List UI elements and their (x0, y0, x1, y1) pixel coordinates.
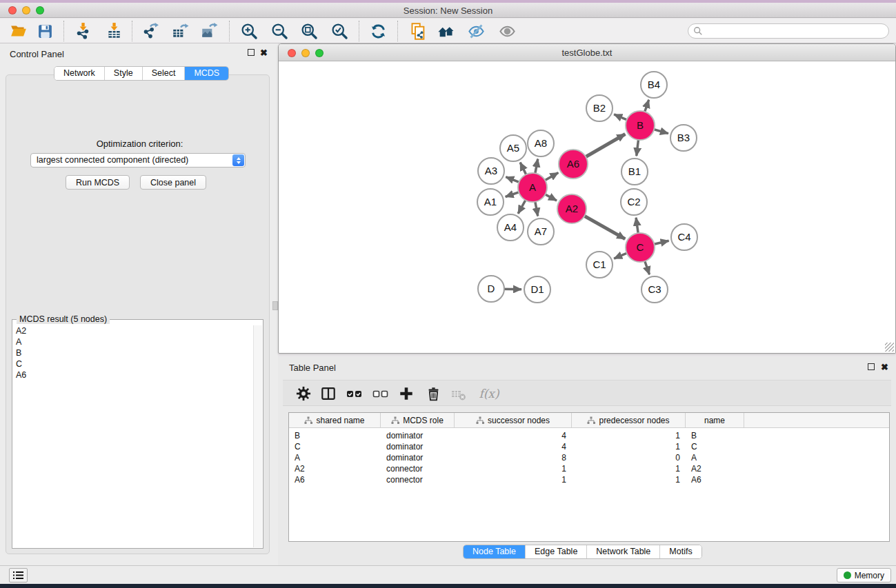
graph-node-C3[interactable]: C3 (641, 276, 668, 303)
add-column-icon[interactable] (396, 383, 417, 404)
tab-mcds[interactable]: MCDS (185, 67, 228, 80)
network-window-titlebar[interactable]: testGlobe.txt (279, 44, 895, 61)
memory-button[interactable]: Memory (837, 568, 891, 582)
graph-node-A4[interactable]: A4 (497, 214, 524, 241)
select-all-checkboxes-icon[interactable] (344, 383, 365, 404)
import-network-icon[interactable] (72, 21, 93, 41)
graph-node-C4[interactable]: C4 (671, 224, 697, 250)
zoom-out-icon[interactable] (269, 21, 290, 41)
tab-network[interactable]: Network (54, 67, 105, 80)
svg-text:A4: A4 (504, 221, 517, 233)
result-scrollbar[interactable] (253, 325, 262, 547)
memory-status-icon (844, 571, 851, 579)
resize-grip-icon[interactable] (885, 343, 894, 352)
delete-table-icon[interactable] (448, 383, 469, 404)
apply-function-icon[interactable]: f(x) (474, 383, 504, 404)
tab-style[interactable]: Style (105, 67, 143, 80)
refresh-icon[interactable] (368, 21, 388, 41)
table-row[interactable]: Adominator80A (289, 452, 889, 463)
graph-node-B4[interactable]: B4 (641, 72, 667, 98)
table-panel-title: Table Panel (289, 363, 336, 373)
tab-edge-table[interactable]: Edge Table (526, 545, 587, 558)
close-panel-button[interactable]: Close panel (140, 175, 206, 190)
run-mcds-button[interactable]: Run MCDS (66, 175, 130, 190)
graph-node-C2[interactable]: C2 (621, 189, 647, 215)
graph-node-A6[interactable]: A6 (559, 150, 588, 179)
zoom-in-icon[interactable] (239, 21, 259, 41)
result-item[interactable]: A2 (13, 325, 253, 336)
graph-node-C1[interactable]: C1 (586, 252, 613, 278)
table-row[interactable]: A2connector11A2 (289, 463, 889, 474)
graph-node-A3[interactable]: A3 (478, 158, 504, 184)
graph-node-A2[interactable]: A2 (557, 194, 586, 223)
table-row[interactable]: A6connector11A6 (289, 474, 889, 485)
column-header-filler (744, 413, 889, 427)
network-view-window: testGlobe.txt B4B2BB3A5A8A6B1A3AC2A1A2A4… (278, 43, 896, 354)
export-network-icon[interactable] (140, 21, 161, 41)
task-history-button[interactable] (9, 568, 28, 582)
graph-node-B1[interactable]: B1 (621, 159, 648, 185)
graph-node-D1[interactable]: D1 (524, 276, 550, 303)
zoom-selected-icon[interactable] (329, 21, 350, 41)
copy-network-icon[interactable] (408, 21, 428, 41)
zoom-fit-icon[interactable] (299, 21, 319, 41)
float-table-panel-icon[interactable] (868, 363, 875, 370)
toolbar-separator (397, 21, 398, 41)
result-item[interactable]: C (13, 358, 253, 369)
column-header-successor-nodes[interactable]: successor nodes (455, 413, 572, 427)
export-image-icon[interactable] (199, 21, 219, 41)
column-header-shared-name[interactable]: shared name (289, 413, 381, 427)
control-panel: Control Panel ✖ Network Style Select MCD… (0, 43, 278, 565)
svg-text:A5: A5 (507, 142, 519, 154)
result-item[interactable]: B (13, 347, 253, 358)
criterion-dropdown[interactable]: largest connected component (directed) (30, 153, 246, 168)
result-item[interactable]: A (13, 336, 253, 347)
search-field[interactable] (688, 23, 889, 39)
tab-motifs[interactable]: Motifs (660, 545, 701, 558)
graph-node-B3[interactable]: B3 (670, 125, 697, 151)
deselect-all-checkboxes-icon[interactable] (370, 383, 391, 404)
hide-panels-icon[interactable] (466, 21, 486, 41)
save-icon[interactable] (34, 21, 55, 41)
close-table-panel-icon[interactable]: ✖ (881, 364, 888, 371)
panel-divider-handle[interactable] (272, 301, 278, 310)
column-header-predecessor-nodes[interactable]: predecessor nodes (572, 413, 686, 427)
mcds-result-title: MCDS result (5 nodes) (17, 314, 110, 324)
app-title: Session: New Session (0, 6, 896, 16)
svg-text:C1: C1 (593, 258, 606, 270)
graph-node-A1[interactable]: A1 (477, 189, 504, 215)
tab-node-table[interactable]: Node Table (464, 545, 526, 558)
tab-select[interactable]: Select (143, 67, 186, 80)
tab-network-table[interactable]: Network Table (587, 545, 660, 558)
graph-node-A8[interactable]: A8 (528, 130, 554, 156)
graph-node-A[interactable]: A (518, 173, 547, 202)
table-row[interactable]: Bdominator41B (289, 430, 889, 441)
table-settings-gear-icon[interactable] (293, 383, 314, 404)
show-columns-icon[interactable] (318, 383, 339, 404)
graph-node-D[interactable]: D (478, 276, 504, 302)
status-bar: Memory (0, 565, 896, 584)
svg-text:A3: A3 (485, 165, 497, 176)
show-panels-icon[interactable] (497, 21, 517, 41)
close-panel-icon[interactable]: ✖ (260, 50, 268, 57)
import-table-icon[interactable] (103, 21, 124, 41)
column-header-MCDS-role[interactable]: MCDS role (381, 413, 455, 427)
open-folder-icon[interactable] (8, 21, 29, 41)
result-item[interactable]: A6 (13, 369, 253, 381)
column-header-name[interactable]: name (686, 413, 744, 427)
home-layout-icon[interactable] (436, 21, 457, 41)
search-input[interactable] (706, 26, 888, 36)
graph-node-C[interactable]: C (626, 233, 655, 262)
float-panel-icon[interactable] (248, 49, 255, 56)
node-table: shared nameMCDS rolesuccessor nodesprede… (288, 412, 890, 542)
graph-node-B[interactable]: B (626, 111, 655, 140)
graph-node-A5[interactable]: A5 (500, 135, 526, 161)
delete-column-trash-icon[interactable] (423, 383, 444, 404)
graph-node-A7[interactable]: A7 (528, 219, 554, 245)
graph-node-B2[interactable]: B2 (586, 95, 613, 121)
table-tabs: Node Table Edge Table Network Table Moti… (463, 545, 702, 559)
export-table-icon[interactable] (170, 21, 190, 41)
mcds-result-box: MCDS result (5 nodes) A2ABCA6 (12, 319, 263, 549)
network-canvas[interactable]: B4B2BB3A5A8A6B1A3AC2A1A2A4A7C4CC1C3DD1 (279, 62, 895, 353)
table-row[interactable]: Cdominator41C (289, 441, 889, 452)
